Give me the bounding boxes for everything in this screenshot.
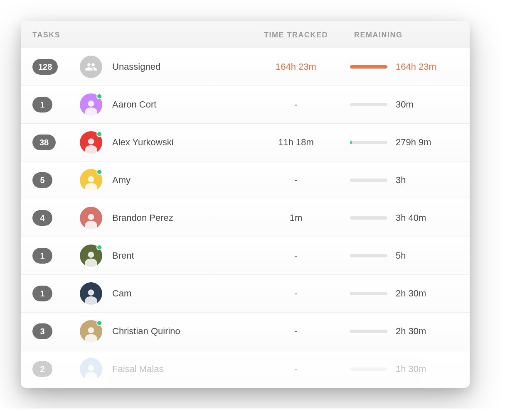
svg-point-5 (88, 289, 94, 296)
progress-bar (350, 103, 387, 106)
table-row[interactable]: 5Amy-3h (21, 161, 470, 199)
remaining-value: 3h 40m (396, 213, 426, 223)
workload-card: TASKS TIME TRACKED REMAINING 128Unassign… (21, 21, 470, 388)
remaining-value: 1h 30m (396, 364, 426, 374)
svg-point-6 (88, 327, 94, 333)
table-row[interactable]: 2Faisal Malas-1h 30m (21, 350, 470, 388)
task-count-badge: 128 (32, 59, 58, 75)
table-row[interactable]: 1Aaron Cort-30m (21, 86, 470, 124)
assignee-name[interactable]: Aaron Cort (112, 99, 242, 110)
remaining-cell: 164h 23m (350, 61, 458, 72)
time-tracked-value: - (242, 288, 350, 299)
remaining-value: 30m (396, 99, 414, 110)
svg-point-0 (88, 100, 94, 107)
task-count-badge: 4 (32, 210, 52, 226)
assignee-name[interactable]: Faisal Malas (112, 364, 242, 374)
time-tracked-value: - (242, 326, 350, 337)
time-tracked-value: 1m (242, 213, 350, 223)
progress-fill (350, 65, 387, 68)
svg-point-1 (88, 138, 94, 144)
table-header: TASKS TIME TRACKED REMAINING (21, 21, 470, 48)
progress-bar (350, 254, 387, 257)
remaining-cell: 279h 9m (350, 137, 458, 148)
remaining-cell: 3h (350, 175, 458, 186)
online-status-dot (96, 320, 102, 326)
progress-bar (350, 292, 387, 295)
task-count-badge: 38 (32, 135, 56, 150)
progress-fill (350, 141, 352, 144)
progress-bar (350, 367, 387, 371)
svg-point-3 (88, 214, 94, 220)
online-status-dot (96, 245, 102, 250)
task-count-badge: 5 (32, 172, 52, 188)
progress-bar (350, 330, 387, 333)
header-tasks[interactable]: TASKS (32, 31, 82, 39)
task-count-badge: 3 (32, 323, 52, 339)
time-tracked-value: 164h 23m (242, 61, 350, 72)
task-count-badge: 1 (32, 97, 52, 113)
assignee-name[interactable]: Brandon Perez (112, 213, 242, 223)
table-row[interactable]: 4Brandon Perez1m3h 40m (21, 199, 470, 237)
person-avatar (80, 282, 102, 305)
header-remaining[interactable]: REMAINING (350, 31, 458, 39)
svg-point-4 (88, 252, 94, 258)
progress-bar (350, 179, 387, 182)
avatar[interactable] (80, 56, 102, 78)
avatar[interactable] (80, 245, 102, 267)
remaining-cell: 1h 30m (350, 364, 458, 374)
avatar[interactable] (80, 131, 102, 154)
table-row[interactable]: 128Unassigned164h 23m164h 23m (21, 48, 470, 86)
assignee-name[interactable]: Unassigned (112, 61, 242, 72)
time-tracked-value: - (242, 250, 350, 261)
online-status-dot (96, 93, 102, 99)
assignee-name[interactable]: Cam (112, 288, 242, 299)
assignee-name[interactable]: Amy (112, 175, 242, 186)
task-count-badge: 1 (32, 286, 52, 301)
remaining-cell: 30m (350, 99, 458, 110)
table-row[interactable]: 38Alex Yurkowski11h 18m279h 9m (21, 124, 470, 161)
remaining-value: 5h (396, 250, 406, 261)
task-count-badge: 2 (32, 361, 52, 377)
svg-point-2 (88, 176, 94, 182)
header-time-tracked[interactable]: TIME TRACKED (242, 31, 350, 39)
person-avatar (80, 207, 102, 229)
assignee-name[interactable]: Christian Quirino (112, 326, 242, 337)
remaining-value: 279h 9m (396, 137, 431, 148)
progress-bar (350, 65, 387, 68)
remaining-value: 3h (396, 175, 406, 186)
avatar[interactable] (80, 282, 102, 305)
time-tracked-value: 11h 18m (242, 137, 350, 148)
remaining-cell: 2h 30m (350, 326, 458, 337)
online-status-dot (96, 169, 102, 175)
task-count-badge: 1 (32, 248, 52, 264)
table-row[interactable]: 1Brent-5h (21, 237, 470, 275)
avatar[interactable] (80, 169, 102, 191)
remaining-value: 2h 30m (396, 326, 426, 337)
time-tracked-value: - (242, 364, 350, 374)
person-avatar (80, 358, 102, 380)
table-row[interactable]: 1Cam-2h 30m (21, 275, 470, 313)
table-body: 128Unassigned164h 23m164h 23m1Aaron Cort… (21, 48, 470, 388)
online-status-dot (96, 131, 102, 137)
remaining-cell: 5h (350, 250, 458, 261)
remaining-cell: 2h 30m (350, 288, 458, 299)
avatar[interactable] (80, 320, 102, 342)
assignee-name[interactable]: Brent (112, 250, 242, 261)
remaining-value: 2h 30m (396, 288, 426, 299)
remaining-cell: 3h 40m (350, 213, 458, 223)
time-tracked-value: - (242, 175, 350, 186)
avatar[interactable] (80, 358, 102, 380)
assignee-name[interactable]: Alex Yurkowski (112, 137, 242, 148)
progress-bar (350, 141, 387, 144)
time-tracked-value: - (242, 99, 350, 110)
svg-point-7 (88, 365, 94, 371)
progress-bar (350, 216, 387, 220)
avatar[interactable] (80, 93, 102, 116)
avatar[interactable] (80, 207, 102, 229)
group-icon (80, 56, 102, 78)
remaining-value: 164h 23m (396, 61, 436, 72)
table-row[interactable]: 3Christian Quirino-2h 30m (21, 313, 470, 350)
